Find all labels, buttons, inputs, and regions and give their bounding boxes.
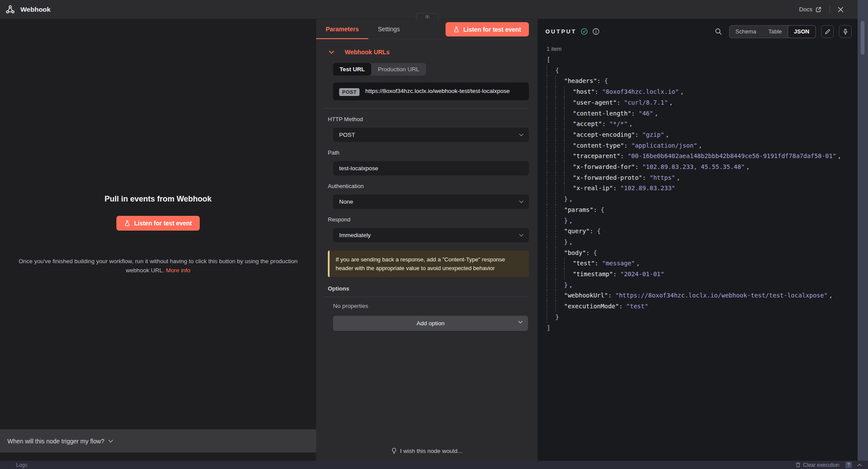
node-detail-view: Webhook Docs Pull <box>0 0 858 461</box>
authentication-select[interactable]: None <box>333 195 529 209</box>
header-divider <box>829 6 830 13</box>
trash-icon <box>795 462 801 468</box>
success-check-icon <box>581 28 588 35</box>
webhook-node-icon <box>5 4 15 14</box>
authentication-label: Authentication <box>328 183 529 189</box>
webhook-urls-section-toggle[interactable]: Webhook URLs <box>324 49 529 56</box>
production-url-tab[interactable]: Production URL <box>371 63 426 76</box>
respond-value: Immediately <box>339 232 371 238</box>
chevron-up-icon[interactable] <box>857 463 862 466</box>
output-title: OUTPUT <box>545 28 576 35</box>
add-option-label: Add option <box>416 320 445 327</box>
pencil-icon <box>825 29 831 35</box>
flask-icon <box>453 26 459 33</box>
trigger-info-label: When will this node trigger my flow? <box>7 438 104 445</box>
trigger-info-footer[interactable]: When will this node trigger my flow? <box>0 429 316 452</box>
path-label: Path <box>328 149 529 156</box>
divider <box>324 108 529 109</box>
listen-test-event-button[interactable]: Listen for test event <box>116 216 200 231</box>
more-info-link[interactable]: More info <box>166 267 190 274</box>
edit-output-button[interactable] <box>821 25 834 38</box>
tabs-row: Parameters Settings Listen for test even… <box>316 19 538 39</box>
respond-select[interactable]: Immediately <box>333 228 529 242</box>
view-table[interactable]: Table <box>762 26 788 38</box>
content-type-notice: If you are sending back a response, add … <box>328 251 529 277</box>
pin-data-button[interactable] <box>839 25 851 38</box>
view-schema[interactable]: Schema <box>729 26 762 38</box>
authentication-value: None <box>339 198 353 205</box>
add-option-button[interactable]: Add option <box>333 316 528 331</box>
test-url-tab[interactable]: Test URL <box>333 63 371 76</box>
listen-test-event-label: Listen for test event <box>134 220 192 227</box>
clear-execution-button[interactable]: Clear execution <box>795 462 839 468</box>
divider <box>324 297 529 297</box>
http-method-badge: POST <box>339 88 360 96</box>
path-input[interactable] <box>339 165 523 172</box>
input-panel-heading: Pull in events from Webhook <box>0 195 316 204</box>
pin-icon <box>842 29 848 35</box>
output-panel: OUTPUT Schema <box>538 19 858 461</box>
options-label: Options <box>328 285 529 292</box>
webhook-url-display[interactable]: POST https://8oxof34hzc.loclx.io/webhook… <box>333 83 529 100</box>
chevron-down-icon <box>518 320 523 324</box>
output-view-toggle: Schema Table JSON <box>729 25 816 38</box>
feature-request-label: I wish this node would... <box>400 448 462 454</box>
panel-drag-handle[interactable] <box>416 13 439 20</box>
clear-execution-label: Clear execution <box>803 462 839 468</box>
logs-bar: Logs Clear execution ? <box>0 461 868 469</box>
webhook-url-text: https://8oxof34hzc.loclx.io/webhook-test… <box>365 87 523 96</box>
external-link-icon <box>815 7 822 13</box>
url-mode-toggle: Test URL Production URL <box>333 63 426 76</box>
listen-test-event-button-top[interactable]: Listen for test event <box>446 22 529 36</box>
view-json[interactable]: JSON <box>788 25 816 38</box>
chevron-down-icon <box>519 200 524 204</box>
help-icon[interactable]: ? <box>845 462 852 468</box>
lightbulb-icon <box>391 448 397 454</box>
chevron-down-icon <box>519 234 524 237</box>
http-method-select[interactable]: POST <box>333 128 529 142</box>
json-viewer: [{"headers": {"host": "8oxof34hzc.loclx.… <box>547 54 858 333</box>
chevron-down-icon <box>108 439 113 443</box>
tab-parameters[interactable]: Parameters <box>316 19 368 39</box>
path-field <box>333 161 529 175</box>
app-stage: Webhook Docs Pull <box>0 0 868 469</box>
listen-test-event-label: Listen for test event <box>463 26 521 33</box>
input-panel: Pull in events from Webhook Listen for t… <box>0 19 316 461</box>
items-count: 1 item <box>547 46 858 52</box>
tab-settings[interactable]: Settings <box>368 19 409 39</box>
input-panel-description: Once you've finished building your workf… <box>10 257 307 275</box>
scrollbar-thumb[interactable] <box>861 21 865 55</box>
chevron-down-icon <box>519 133 524 137</box>
parameters-scroll: Webhook URLs Test URL Production URL POS… <box>316 39 538 435</box>
docs-link[interactable]: Docs <box>799 6 822 13</box>
parameters-panel: Parameters Settings Listen for test even… <box>316 19 538 461</box>
close-icon[interactable] <box>838 7 844 13</box>
node-title: Webhook <box>20 6 50 13</box>
no-properties-text: No properties <box>333 303 529 309</box>
http-method-value: POST <box>339 132 355 138</box>
info-icon[interactable] <box>592 28 600 35</box>
webhook-urls-title: Webhook URLs <box>345 49 389 56</box>
description-text: Once you've finished building your workf… <box>19 258 298 274</box>
canvas-edge-strip <box>858 0 868 461</box>
search-icon[interactable] <box>715 28 722 35</box>
logs-label: Logs <box>16 462 27 468</box>
respond-label: Respond <box>328 216 529 223</box>
http-method-label: HTTP Method <box>328 116 529 122</box>
chevron-down-icon <box>329 50 334 54</box>
feature-request-link[interactable]: I wish this node would... <box>316 448 538 454</box>
docs-label: Docs <box>799 6 812 13</box>
flask-icon <box>124 220 130 226</box>
output-header: OUTPUT Schema <box>538 19 858 38</box>
